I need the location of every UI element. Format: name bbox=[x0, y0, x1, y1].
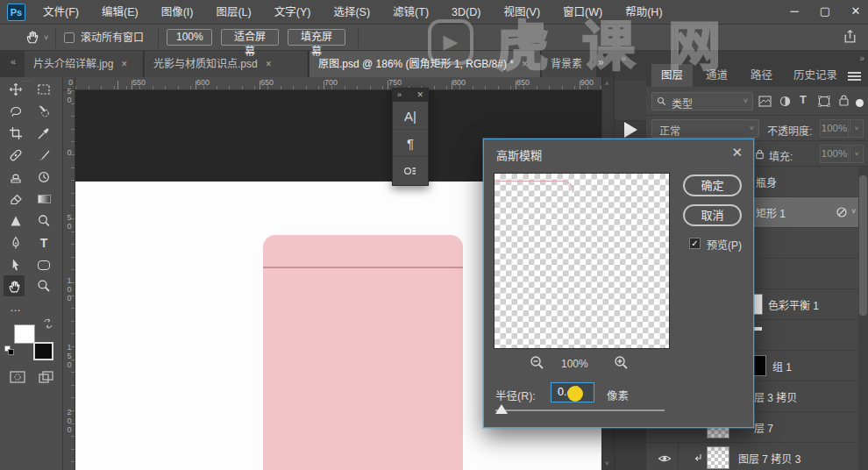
tab-overflow-icon[interactable]: » bbox=[598, 56, 604, 68]
gradient-tool-icon[interactable] bbox=[33, 189, 54, 210]
zoom-tool-icon[interactable] bbox=[33, 275, 54, 296]
brush-tool-icon[interactable] bbox=[33, 145, 54, 166]
tab-close-icon[interactable]: × bbox=[266, 58, 272, 70]
menu-view[interactable]: 视图(V) bbox=[492, 0, 551, 25]
cancel-button[interactable]: 取消 bbox=[683, 204, 742, 226]
dock-collapse-icon[interactable]: « bbox=[622, 53, 627, 63]
preview-checkbox[interactable]: ✓ bbox=[689, 238, 701, 249]
menu-3d[interactable]: 3D(D) bbox=[440, 0, 492, 25]
opacity-value[interactable]: 100% bbox=[820, 119, 849, 138]
menu-help[interactable]: 帮助(H) bbox=[614, 0, 673, 25]
shape-tool-icon[interactable] bbox=[33, 254, 54, 275]
filter-adjustment-layers-icon[interactable] bbox=[779, 95, 791, 110]
glyphs-panel-icon[interactable] bbox=[393, 157, 428, 184]
background-color-swatch[interactable] bbox=[33, 342, 53, 360]
fit-screen-button[interactable]: 适合屏幕 bbox=[221, 29, 279, 46]
tab-close-icon[interactable]: × bbox=[121, 58, 127, 70]
edit-toolbar-ellipsis-icon[interactable]: … bbox=[5, 296, 26, 317]
menu-image[interactable]: 图像(I) bbox=[150, 0, 205, 25]
opacity-chevron-icon[interactable]: ˅ bbox=[850, 119, 864, 138]
dock-expand-icon[interactable]: » bbox=[859, 53, 864, 63]
blend-mode-dropdown[interactable]: 正常 ˅ bbox=[651, 119, 759, 138]
zoom-out-icon[interactable] bbox=[530, 355, 544, 374]
dodge-tool-icon[interactable] bbox=[33, 210, 54, 231]
pen-tool-icon[interactable] bbox=[5, 232, 26, 253]
panel-menu-icon[interactable] bbox=[848, 70, 861, 82]
character-panel-icon[interactable]: A| bbox=[393, 103, 428, 130]
menu-layer[interactable]: 图层(L) bbox=[204, 0, 262, 25]
tab-layers[interactable]: 图层 bbox=[651, 64, 693, 87]
blur-tool-icon[interactable] bbox=[5, 210, 26, 231]
menu-filter[interactable]: 滤镜(T) bbox=[381, 0, 440, 25]
tab-channels[interactable]: 通道 bbox=[696, 64, 737, 87]
close-icon[interactable]: ✕ bbox=[416, 90, 423, 99]
crop-tool-icon[interactable] bbox=[5, 123, 26, 144]
scroll-all-windows-checkbox[interactable] bbox=[64, 32, 75, 43]
lock-icon[interactable] bbox=[755, 147, 765, 163]
tab-history[interactable]: 历史记录 bbox=[784, 64, 847, 87]
blur-preview-area[interactable] bbox=[494, 173, 670, 349]
document-tab-4[interactable]: 背景素 bbox=[542, 51, 596, 77]
fill-value[interactable]: 100% bbox=[820, 145, 849, 163]
hand-tool-icon-selected[interactable] bbox=[4, 275, 25, 296]
eraser-tool-icon[interactable] bbox=[5, 189, 26, 210]
close-icon[interactable]: ✕ bbox=[844, 4, 867, 18]
layer-chevron-icon[interactable]: ˅ bbox=[851, 207, 856, 216]
filter-smart-objects-icon[interactable] bbox=[838, 94, 850, 110]
smart-filter-icon[interactable] bbox=[836, 206, 848, 222]
lasso-tool-icon[interactable] bbox=[5, 101, 26, 122]
fill-chevron-icon[interactable]: ˅ bbox=[850, 145, 864, 163]
filter-type-layers-icon[interactable]: T bbox=[800, 93, 807, 106]
menu-edit[interactable]: 编辑(E) bbox=[90, 0, 150, 25]
type-tool-icon[interactable]: T bbox=[33, 232, 54, 253]
document-tab-2[interactable]: 光影与材质知识点.psd× bbox=[145, 51, 309, 77]
default-colors-icon[interactable] bbox=[4, 345, 15, 356]
document-tab-active[interactable]: 原图.psd @ 186% (圆角矩形 1, RGB/8#) *× bbox=[309, 51, 541, 77]
healing-brush-tool-icon[interactable] bbox=[5, 145, 26, 166]
expand-icon[interactable]: » bbox=[397, 90, 402, 99]
filter-pixel-layers-icon[interactable] bbox=[758, 95, 772, 110]
filter-shape-layers-icon[interactable] bbox=[818, 95, 830, 110]
filter-type-dropdown[interactable]: 类型 ˅ bbox=[651, 92, 753, 110]
menu-type[interactable]: 文字(Y) bbox=[263, 0, 323, 25]
filter-toggle-icon[interactable] bbox=[856, 95, 864, 110]
scrollbar-thumb[interactable] bbox=[859, 175, 867, 316]
tool-preset-chevron-icon[interactable]: ˅ bbox=[44, 33, 48, 42]
path-selection-tool-icon[interactable] bbox=[5, 254, 26, 275]
menu-select[interactable]: 选择(S) bbox=[322, 0, 381, 25]
paragraph-panel-icon[interactable]: ¶ bbox=[393, 130, 428, 157]
maximize-icon[interactable]: ▢ bbox=[814, 4, 836, 18]
history-brush-tool-icon[interactable] bbox=[33, 167, 54, 188]
clone-stamp-tool-icon[interactable] bbox=[5, 167, 26, 188]
minimize-icon[interactable]: ─ bbox=[783, 4, 806, 18]
collapsed-panel-button[interactable] bbox=[615, 81, 647, 121]
document-tab-1[interactable]: 片头介绍详解.jpg× bbox=[25, 51, 144, 77]
share-icon[interactable] bbox=[843, 29, 857, 47]
swap-colors-icon[interactable] bbox=[42, 317, 54, 333]
char-panel-header[interactable]: » ✕ bbox=[393, 89, 428, 102]
eyedropper-tool-icon[interactable] bbox=[33, 123, 54, 144]
tab-close-icon[interactable]: × bbox=[522, 58, 528, 70]
quick-mask-icon[interactable] bbox=[7, 367, 28, 388]
zoom-100-button[interactable]: 100% bbox=[167, 29, 212, 46]
visibility-eye-icon[interactable] bbox=[658, 452, 672, 467]
move-tool-icon[interactable] bbox=[5, 79, 26, 100]
screen-mode-icon[interactable] bbox=[35, 367, 56, 388]
dialog-close-icon[interactable]: ✕ bbox=[731, 145, 743, 160]
menu-window[interactable]: 窗口(W) bbox=[551, 0, 614, 25]
layer-row-layer7-copy3[interactable]: 图层 7 拷贝 3 bbox=[646, 443, 868, 470]
zoom-in-icon[interactable] bbox=[614, 355, 629, 374]
radius-slider-thumb[interactable] bbox=[495, 404, 508, 414]
foreground-color-swatch[interactable] bbox=[14, 324, 35, 344]
pink-rounded-rectangle-shape[interactable] bbox=[263, 235, 463, 470]
fill-screen-button[interactable]: 填充屏幕 bbox=[288, 29, 345, 46]
tab-paths[interactable]: 路径 bbox=[741, 64, 782, 87]
menu-file[interactable]: 文件(F) bbox=[32, 0, 90, 25]
ok-button[interactable]: 确定 bbox=[683, 174, 742, 196]
radius-slider-track[interactable] bbox=[495, 409, 665, 411]
marquee-tool-icon[interactable] bbox=[33, 79, 54, 100]
panel-scrollbar[interactable] bbox=[858, 167, 868, 470]
quick-selection-tool-icon[interactable] bbox=[33, 101, 54, 122]
collapse-tools-icon[interactable]: « bbox=[11, 56, 16, 67]
layer-thumbnail[interactable] bbox=[707, 446, 729, 469]
